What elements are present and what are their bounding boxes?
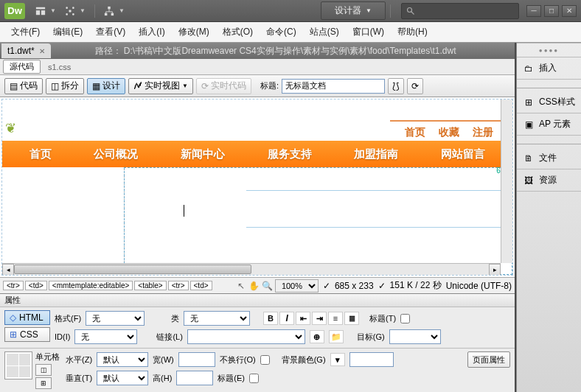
workspace-selector[interactable]: 设计器 ▼ xyxy=(321,1,386,20)
related-css-link[interactable]: s1.css xyxy=(48,63,71,71)
search-icon xyxy=(406,7,415,15)
tag-selector[interactable]: <mmtemplate:editable> xyxy=(49,281,133,290)
zoom-tool-icon[interactable]: 🔍 xyxy=(262,280,274,292)
menu-file[interactable]: 文件(F) xyxy=(4,23,46,41)
panel-files[interactable]: 🗎 文件 xyxy=(517,147,581,169)
live-view-button[interactable]: 🗲实时视图▼ xyxy=(128,78,193,94)
horiz-select[interactable]: 默认 xyxy=(97,352,148,367)
split-view-button[interactable]: ◫拆分 xyxy=(46,78,84,94)
close-tab-icon[interactable]: ✕ xyxy=(39,47,45,55)
menu-insert[interactable]: 插入(I) xyxy=(132,23,171,41)
vertical-scrollbar[interactable] xyxy=(501,99,512,263)
close-button[interactable]: ✕ xyxy=(562,5,577,17)
app-logo: Dw xyxy=(4,3,25,19)
menu-site[interactable]: 站点(S) xyxy=(303,23,346,41)
heading-checkbox[interactable] xyxy=(400,314,410,323)
window-controls: ─ □ ✕ xyxy=(526,5,577,17)
tag-selector[interactable]: <table> xyxy=(134,281,166,290)
link-select[interactable] xyxy=(187,329,305,344)
dropdown-arrow-icon[interactable]: ▼ xyxy=(50,7,56,14)
design-view-button[interactable]: ▦设计 xyxy=(87,78,125,94)
menu-format[interactable]: 格式(O) xyxy=(216,23,260,41)
tag-selector[interactable]: <td> xyxy=(190,281,212,290)
tag-selector[interactable]: <tr> xyxy=(168,281,189,290)
nav-franchise[interactable]: 加盟指南 xyxy=(354,147,398,161)
nav-service[interactable]: 服务支持 xyxy=(268,147,312,161)
properties-panel: 属性 ◇HTML ⊞CSS 格式(F) 无 类 无 B I ⇤ xyxy=(0,293,515,392)
height-input[interactable] xyxy=(176,371,213,385)
search-input[interactable] xyxy=(401,3,519,19)
html-properties-button[interactable]: ◇HTML xyxy=(4,310,50,325)
menu-window[interactable]: 窗口(W) xyxy=(346,23,391,41)
header-checkbox[interactable] xyxy=(249,374,259,383)
menu-commands[interactable]: 命令(C) xyxy=(260,23,303,41)
file-tab[interactable]: t1.dwt* ✕ xyxy=(1,43,51,58)
files-icon: 🗎 xyxy=(523,153,535,164)
nav-news[interactable]: 新闻中心 xyxy=(181,147,225,161)
nowrap-checkbox[interactable] xyxy=(260,355,270,365)
format-select[interactable]: 无 xyxy=(86,311,145,326)
panel-css[interactable]: ⊞ CSS样式 xyxy=(517,91,581,113)
target-select[interactable] xyxy=(389,329,441,344)
nav-message[interactable]: 网站留言 xyxy=(441,147,485,161)
css-properties-button[interactable]: ⊞CSS xyxy=(4,327,50,342)
nav-home[interactable]: 首页 xyxy=(29,147,52,161)
panel-assets[interactable]: 🖼 资源 xyxy=(517,169,581,192)
maximize-button[interactable]: □ xyxy=(544,5,559,17)
menu-edit[interactable]: 编辑(E) xyxy=(46,23,89,41)
code-view-button[interactable]: ▤代码 xyxy=(4,78,43,94)
layout-icon[interactable] xyxy=(34,4,47,18)
class-select[interactable]: 无 xyxy=(184,311,250,326)
pointer-tool-icon[interactable]: ↖ xyxy=(235,280,247,292)
scroll-right-icon[interactable]: ▸ xyxy=(489,264,501,276)
dropdown-arrow-icon[interactable]: ▼ xyxy=(80,7,86,14)
panel-insert[interactable]: 🗀 插入 xyxy=(517,57,581,80)
bg-color-input[interactable] xyxy=(349,352,394,367)
link-point-icon[interactable]: ⊕ xyxy=(310,330,324,343)
properties-header[interactable]: 属性 xyxy=(0,294,515,307)
merge-cells-button[interactable]: ◫ xyxy=(35,364,52,376)
dropdown-arrow-icon[interactable]: ▼ xyxy=(119,7,125,14)
refresh-button[interactable]: ⟳ xyxy=(407,78,423,94)
nav-company[interactable]: 公司概况 xyxy=(94,147,138,161)
svg-point-6 xyxy=(66,13,68,15)
editable-region[interactable]: 666 xyxy=(124,167,512,275)
outdent-button[interactable]: ⇤ xyxy=(296,312,310,325)
hand-tool-icon[interactable]: ✋ xyxy=(248,280,260,292)
source-tab[interactable]: 源代码 xyxy=(3,60,41,74)
vert-select[interactable]: 默认 xyxy=(97,371,148,385)
browse-folder-icon[interactable]: 📁 xyxy=(329,330,344,343)
menu-help[interactable]: 帮助(H) xyxy=(391,23,434,41)
indent-button[interactable]: ⇥ xyxy=(312,312,327,325)
check-button[interactable]: ⟅⟆ xyxy=(388,78,404,94)
horizontal-scrollbar[interactable]: ◂ ▸ xyxy=(2,263,501,275)
encoding: Unicode (UTF-8) xyxy=(446,281,512,291)
nav-link-register[interactable]: 注册 xyxy=(473,126,493,139)
bold-button[interactable]: B xyxy=(263,312,278,325)
scrollbar-thumb[interactable] xyxy=(14,265,251,274)
id-select[interactable]: 无 xyxy=(74,329,137,344)
italic-button[interactable]: I xyxy=(279,312,294,325)
page-properties-button[interactable]: 页面属性 xyxy=(467,351,510,368)
split-cells-button[interactable]: ⊞ xyxy=(35,377,52,389)
nav-link-home[interactable]: 首页 xyxy=(405,126,425,139)
panel-ap[interactable]: ▣ AP 元素 xyxy=(517,113,581,136)
title-input[interactable] xyxy=(282,79,385,94)
svg-rect-9 xyxy=(105,13,108,15)
extension-icon[interactable] xyxy=(63,4,77,18)
minimize-button[interactable]: ─ xyxy=(526,5,541,17)
tag-selector[interactable]: <td> xyxy=(25,281,47,290)
scroll-left-icon[interactable]: ◂ xyxy=(2,264,14,276)
panel-grip[interactable]: ●●●● xyxy=(517,43,581,57)
nav-link-favorite[interactable]: 收藏 xyxy=(439,126,459,139)
tag-selector[interactable]: <tr> xyxy=(3,281,24,290)
color-picker[interactable]: ▾ xyxy=(330,353,345,366)
zoom-select[interactable]: 100% xyxy=(275,279,319,293)
design-canvas[interactable]: ❦ 首页 收藏 注册 首页 公司概况 新闻中心 服务支持 加盟指南 网站留言 6… xyxy=(1,99,513,276)
menu-view[interactable]: 查看(V) xyxy=(89,23,132,41)
width-input[interactable] xyxy=(178,352,215,367)
ol-button[interactable]: ≣ xyxy=(344,312,359,325)
menu-modify[interactable]: 修改(M) xyxy=(172,23,216,41)
ul-button[interactable]: ≡ xyxy=(328,312,343,325)
site-icon[interactable] xyxy=(102,4,116,18)
